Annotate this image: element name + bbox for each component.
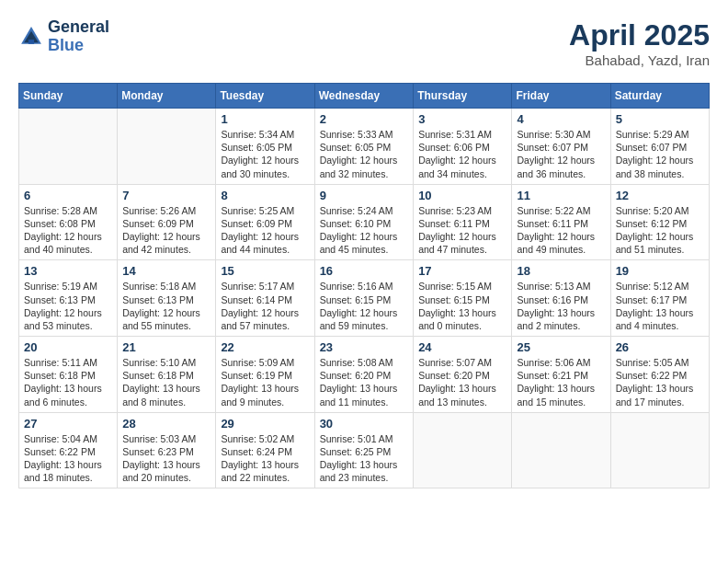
weekday-header: Saturday (610, 84, 709, 109)
day-number: 8 (221, 189, 309, 202)
day-number: 4 (517, 112, 605, 126)
title-block: April 2025 Bahabad, Yazd, Iran (569, 18, 710, 68)
day-info: Sunrise: 5:33 AMSunset: 6:05 PMDaylight:… (320, 128, 409, 180)
calendar-cell: 4Sunrise: 5:30 AMSunset: 6:07 PMDaylight… (512, 109, 610, 185)
calendar-cell: 29Sunrise: 5:02 AMSunset: 6:24 PMDayligh… (216, 412, 314, 488)
day-number: 24 (418, 340, 506, 354)
day-number: 22 (221, 340, 309, 354)
calendar-cell: 16Sunrise: 5:16 AMSunset: 6:15 PMDayligh… (314, 260, 414, 337)
calendar-cell: 8Sunrise: 5:25 AMSunset: 6:09 PMDaylight… (216, 184, 314, 260)
logo: General Blue (18, 18, 109, 55)
calendar-cell: 5Sunrise: 5:29 AMSunset: 6:07 PMDaylight… (610, 109, 709, 185)
calendar-cell: 20Sunrise: 5:11 AMSunset: 6:18 PMDayligh… (19, 337, 118, 413)
calendar-cell: 7Sunrise: 5:26 AMSunset: 6:09 PMDaylight… (118, 184, 216, 260)
calendar-cell: 6Sunrise: 5:28 AMSunset: 6:08 PMDaylight… (19, 184, 118, 260)
day-number: 15 (221, 264, 309, 278)
day-number: 7 (122, 189, 210, 202)
day-number: 12 (616, 189, 704, 202)
day-number: 18 (517, 264, 605, 278)
calendar-cell: 18Sunrise: 5:13 AMSunset: 6:16 PMDayligh… (512, 260, 610, 337)
calendar-cell: 2Sunrise: 5:33 AMSunset: 6:05 PMDaylight… (314, 109, 414, 185)
day-info: Sunrise: 5:15 AMSunset: 6:15 PMDaylight:… (418, 280, 506, 332)
day-number: 9 (320, 189, 409, 202)
day-info: Sunrise: 5:07 AMSunset: 6:20 PMDaylight:… (418, 356, 506, 408)
calendar-cell: 23Sunrise: 5:08 AMSunset: 6:20 PMDayligh… (314, 337, 414, 413)
day-number: 2 (320, 112, 409, 126)
calendar-cell (610, 412, 709, 488)
logo-icon (18, 24, 44, 50)
calendar-cell: 22Sunrise: 5:09 AMSunset: 6:19 PMDayligh… (216, 337, 314, 413)
day-number: 17 (418, 264, 506, 278)
day-number: 27 (24, 417, 112, 431)
page-header: General Blue April 2025 Bahabad, Yazd, I… (18, 18, 710, 68)
calendar-cell (118, 109, 216, 185)
day-number: 19 (616, 264, 704, 278)
day-number: 26 (616, 340, 704, 354)
day-info: Sunrise: 5:02 AMSunset: 6:24 PMDaylight:… (221, 432, 309, 485)
logo-line1: General (48, 18, 109, 37)
calendar-cell: 12Sunrise: 5:20 AMSunset: 6:12 PMDayligh… (610, 184, 709, 260)
day-info: Sunrise: 5:26 AMSunset: 6:09 PMDaylight:… (122, 204, 210, 257)
day-info: Sunrise: 5:23 AMSunset: 6:11 PMDaylight:… (418, 204, 506, 257)
calendar-cell: 11Sunrise: 5:22 AMSunset: 6:11 PMDayligh… (512, 184, 610, 260)
calendar-cell: 25Sunrise: 5:06 AMSunset: 6:21 PMDayligh… (512, 337, 610, 413)
logo-line2: Blue (48, 37, 109, 55)
day-info: Sunrise: 5:34 AMSunset: 6:05 PMDaylight:… (221, 128, 309, 180)
calendar-cell: 10Sunrise: 5:23 AMSunset: 6:11 PMDayligh… (414, 184, 512, 260)
calendar-cell: 3Sunrise: 5:31 AMSunset: 6:06 PMDaylight… (414, 109, 512, 185)
day-info: Sunrise: 5:28 AMSunset: 6:08 PMDaylight:… (24, 204, 112, 257)
day-number: 11 (517, 189, 605, 202)
day-number: 6 (24, 189, 112, 202)
day-info: Sunrise: 5:22 AMSunset: 6:11 PMDaylight:… (517, 204, 605, 257)
location-subtitle: Bahabad, Yazd, Iran (569, 52, 710, 68)
day-info: Sunrise: 5:03 AMSunset: 6:23 PMDaylight:… (122, 432, 210, 485)
weekday-header-row: SundayMondayTuesdayWednesdayThursdayFrid… (19, 84, 710, 109)
weekday-header: Thursday (414, 84, 512, 109)
day-info: Sunrise: 5:24 AMSunset: 6:10 PMDaylight:… (320, 204, 409, 257)
day-info: Sunrise: 5:13 AMSunset: 6:16 PMDaylight:… (517, 280, 605, 332)
day-number: 13 (24, 264, 112, 278)
day-info: Sunrise: 5:08 AMSunset: 6:20 PMDaylight:… (320, 356, 409, 408)
day-number: 16 (320, 264, 409, 278)
day-number: 14 (122, 264, 210, 278)
day-info: Sunrise: 5:05 AMSunset: 6:22 PMDaylight:… (616, 356, 704, 408)
calendar-week-row: 6Sunrise: 5:28 AMSunset: 6:08 PMDaylight… (19, 184, 710, 260)
calendar-week-row: 13Sunrise: 5:19 AMSunset: 6:13 PMDayligh… (19, 260, 710, 337)
day-info: Sunrise: 5:30 AMSunset: 6:07 PMDaylight:… (517, 128, 605, 180)
calendar-cell: 26Sunrise: 5:05 AMSunset: 6:22 PMDayligh… (610, 337, 709, 413)
calendar-cell (19, 109, 118, 185)
calendar-cell (512, 412, 610, 488)
calendar-cell: 1Sunrise: 5:34 AMSunset: 6:05 PMDaylight… (216, 109, 314, 185)
day-info: Sunrise: 5:10 AMSunset: 6:18 PMDaylight:… (122, 356, 210, 408)
calendar-cell: 28Sunrise: 5:03 AMSunset: 6:23 PMDayligh… (118, 412, 216, 488)
day-number: 28 (122, 417, 210, 431)
calendar-week-row: 1Sunrise: 5:34 AMSunset: 6:05 PMDaylight… (19, 109, 710, 185)
calendar-cell: 30Sunrise: 5:01 AMSunset: 6:25 PMDayligh… (314, 412, 414, 488)
day-number: 21 (122, 340, 210, 354)
weekday-header: Sunday (19, 84, 118, 109)
calendar-cell: 27Sunrise: 5:04 AMSunset: 6:22 PMDayligh… (19, 412, 118, 488)
day-info: Sunrise: 5:20 AMSunset: 6:12 PMDaylight:… (616, 204, 704, 257)
day-info: Sunrise: 5:18 AMSunset: 6:13 PMDaylight:… (122, 280, 210, 332)
day-info: Sunrise: 5:04 AMSunset: 6:22 PMDaylight:… (24, 432, 112, 485)
calendar-cell: 14Sunrise: 5:18 AMSunset: 6:13 PMDayligh… (118, 260, 216, 337)
calendar-cell: 15Sunrise: 5:17 AMSunset: 6:14 PMDayligh… (216, 260, 314, 337)
day-info: Sunrise: 5:17 AMSunset: 6:14 PMDaylight:… (221, 280, 309, 332)
weekday-header: Monday (118, 84, 216, 109)
day-number: 1 (221, 112, 309, 126)
day-info: Sunrise: 5:29 AMSunset: 6:07 PMDaylight:… (616, 128, 704, 180)
day-info: Sunrise: 5:09 AMSunset: 6:19 PMDaylight:… (221, 356, 309, 408)
month-title: April 2025 (569, 18, 710, 52)
day-info: Sunrise: 5:01 AMSunset: 6:25 PMDaylight:… (320, 432, 409, 485)
day-info: Sunrise: 5:11 AMSunset: 6:18 PMDaylight:… (24, 356, 112, 408)
weekday-header: Friday (512, 84, 610, 109)
calendar-table: SundayMondayTuesdayWednesdayThursdayFrid… (18, 83, 710, 488)
day-info: Sunrise: 5:16 AMSunset: 6:15 PMDaylight:… (320, 280, 409, 332)
calendar-cell: 19Sunrise: 5:12 AMSunset: 6:17 PMDayligh… (610, 260, 709, 337)
day-number: 30 (320, 417, 409, 431)
day-info: Sunrise: 5:19 AMSunset: 6:13 PMDaylight:… (24, 280, 112, 332)
day-info: Sunrise: 5:06 AMSunset: 6:21 PMDaylight:… (517, 356, 605, 408)
calendar-cell: 21Sunrise: 5:10 AMSunset: 6:18 PMDayligh… (118, 337, 216, 413)
calendar-cell: 17Sunrise: 5:15 AMSunset: 6:15 PMDayligh… (414, 260, 512, 337)
calendar-cell: 13Sunrise: 5:19 AMSunset: 6:13 PMDayligh… (19, 260, 118, 337)
